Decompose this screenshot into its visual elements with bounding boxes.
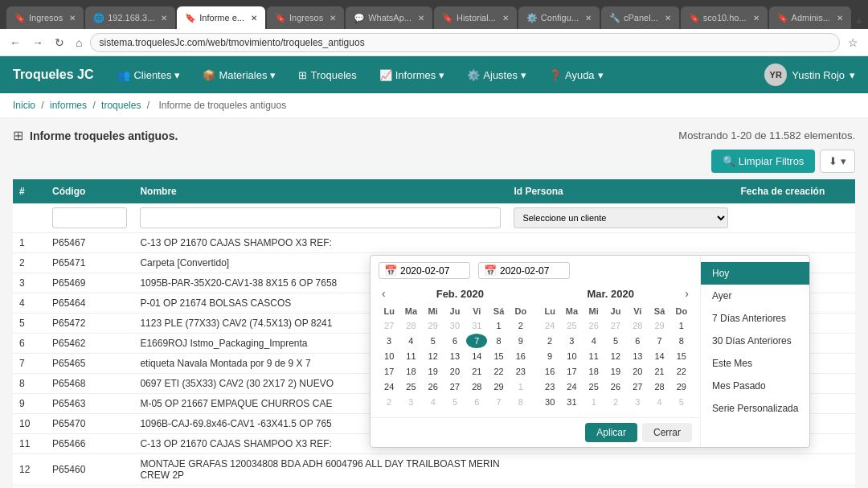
tab-configu[interactable]: ⚙️ Configu... ✕ <box>518 6 600 29</box>
cal-day[interactable]: 4 <box>583 334 604 348</box>
cal-day-selected[interactable]: 7 <box>466 334 487 348</box>
cal-day[interactable]: 27 <box>444 379 465 394</box>
preset-hoy[interactable]: Hoy <box>701 262 809 285</box>
cal-day[interactable]: 19 <box>423 364 444 379</box>
date-to-input[interactable] <box>500 265 564 277</box>
cal-day[interactable]: 3 <box>400 395 421 409</box>
cal-day[interactable]: 27 <box>605 318 626 333</box>
cal-day[interactable]: 4 <box>400 334 421 348</box>
tab-close[interactable]: ✕ <box>330 14 336 23</box>
tab-adminis[interactable]: 🔖 Adminis... ✕ <box>769 6 851 29</box>
preset-ayer[interactable]: Ayer <box>701 285 809 307</box>
nav-troqueles[interactable]: ⊞ Troqueles <box>293 66 361 84</box>
clear-filters-button[interactable]: 🔍 Limpiar Filtros <box>711 150 816 173</box>
cal-day[interactable]: 30 <box>539 395 560 409</box>
cal-day[interactable]: 21 <box>649 364 669 379</box>
cal-day[interactable]: 11 <box>400 349 421 363</box>
cal-day[interactable]: 16 <box>539 364 560 379</box>
cal-day[interactable]: 8 <box>488 334 509 348</box>
nav-materiales[interactable]: 📦 Materiales ▾ <box>198 66 280 84</box>
cal-day[interactable]: 1 <box>488 318 509 333</box>
cal-day[interactable]: 15 <box>671 349 692 363</box>
nav-clientes[interactable]: 👥 Clientes ▾ <box>113 66 185 84</box>
tab-ingresos-1[interactable]: 🔖 Ingresos ✕ <box>6 6 84 29</box>
tab-sco10[interactable]: 🔖 sco10.ho... ✕ <box>681 6 768 29</box>
cal-day[interactable]: 18 <box>400 364 421 379</box>
cal-day[interactable]: 26 <box>423 379 444 394</box>
home-button[interactable]: ⌂ <box>72 35 85 51</box>
cal-day[interactable]: 28 <box>466 379 487 394</box>
cal-day[interactable]: 23 <box>539 379 560 394</box>
tab-close[interactable]: ✕ <box>837 14 843 23</box>
preset-este-mes[interactable]: Este Mes <box>701 352 809 375</box>
breadcrumb-troqueles[interactable]: troqueles <box>101 100 141 111</box>
cal-day[interactable]: 10 <box>561 349 582 363</box>
cal-day[interactable]: 6 <box>466 395 487 409</box>
cal-day[interactable]: 20 <box>627 364 648 379</box>
cal-day[interactable]: 31 <box>561 395 582 409</box>
cal-day[interactable]: 31 <box>466 318 487 333</box>
cal-day[interactable]: 27 <box>379 318 399 333</box>
cal-day[interactable]: 10 <box>379 349 399 363</box>
cal-day[interactable]: 5 <box>605 334 626 348</box>
nav-informes[interactable]: 📈 Informes ▾ <box>375 66 450 84</box>
reload-button[interactable]: ↻ <box>51 35 68 51</box>
cal-day[interactable]: 14 <box>649 349 669 363</box>
cal-day[interactable]: 29 <box>671 379 692 394</box>
cal-day[interactable]: 17 <box>379 364 399 379</box>
breadcrumb-inicio[interactable]: Inicio <box>13 100 35 111</box>
tab-192[interactable]: 🌐 192.168.3... ✕ <box>85 6 175 29</box>
cal-day[interactable]: 4 <box>649 395 669 409</box>
cal-day[interactable]: 11 <box>583 349 604 363</box>
tab-close[interactable]: ✕ <box>585 14 592 23</box>
cal-day[interactable]: 22 <box>488 364 509 379</box>
cal-day[interactable]: 20 <box>444 364 465 379</box>
cal-day[interactable]: 7 <box>649 334 669 348</box>
cal-day[interactable]: 13 <box>444 349 465 363</box>
cal-day[interactable]: 3 <box>627 395 648 409</box>
cal-day[interactable]: 28 <box>649 379 669 394</box>
cal-day[interactable]: 2 <box>605 395 626 409</box>
cal-day[interactable]: 9 <box>539 349 560 363</box>
cal-day[interactable]: 21 <box>466 364 487 379</box>
cal-day[interactable]: 14 <box>466 349 487 363</box>
cal-day[interactable]: 5 <box>444 395 465 409</box>
cal-day[interactable]: 7 <box>488 395 509 409</box>
filter-code-input[interactable] <box>52 207 127 228</box>
cal-day[interactable]: 12 <box>423 349 444 363</box>
nav-ayuda[interactable]: ❓ Ayuda ▾ <box>544 66 608 84</box>
cancel-button[interactable]: Cerrar <box>642 423 692 442</box>
prev-month-button[interactable]: ‹ <box>379 287 389 300</box>
preset-7-dias[interactable]: 7 Días Anteriores <box>701 307 809 330</box>
cal-day[interactable]: 3 <box>561 334 582 348</box>
cal-day[interactable]: 3 <box>379 334 399 348</box>
cal-day[interactable]: 8 <box>671 334 692 348</box>
cal-day[interactable]: 15 <box>488 349 509 363</box>
cal-day[interactable]: 5 <box>423 334 444 348</box>
nav-ajustes[interactable]: ⚙️ Ajustes ▾ <box>462 66 531 84</box>
tab-close[interactable]: ✕ <box>502 14 509 23</box>
cal-day[interactable]: 23 <box>510 364 531 379</box>
cal-day[interactable]: 28 <box>627 318 648 333</box>
cal-day[interactable]: 1 <box>671 318 692 333</box>
back-button[interactable]: ← <box>6 35 24 51</box>
cal-day[interactable]: 9 <box>510 334 531 348</box>
cal-day[interactable]: 25 <box>583 379 604 394</box>
tab-close[interactable]: ✕ <box>69 14 76 23</box>
cal-day[interactable]: 24 <box>539 318 560 333</box>
cal-day[interactable]: 8 <box>510 395 531 409</box>
cal-day[interactable]: 29 <box>488 379 509 394</box>
cal-day[interactable]: 25 <box>400 379 421 394</box>
cal-day[interactable]: 27 <box>627 379 648 394</box>
cal-day[interactable]: 17 <box>561 364 582 379</box>
cal-day[interactable]: 18 <box>583 364 604 379</box>
cal-day[interactable]: 13 <box>627 349 648 363</box>
cal-day[interactable]: 19 <box>605 364 626 379</box>
forward-button[interactable]: → <box>29 35 47 51</box>
tab-informe[interactable]: 🔖 Informe e... ✕ <box>177 6 265 29</box>
preset-personalizada[interactable]: Serie Personalizada <box>701 397 809 420</box>
cal-day[interactable]: 1 <box>583 395 604 409</box>
cal-day[interactable]: 26 <box>605 379 626 394</box>
tab-cpanel[interactable]: 🔧 cPanel... ✕ <box>601 6 679 29</box>
cal-day[interactable]: 28 <box>400 318 421 333</box>
